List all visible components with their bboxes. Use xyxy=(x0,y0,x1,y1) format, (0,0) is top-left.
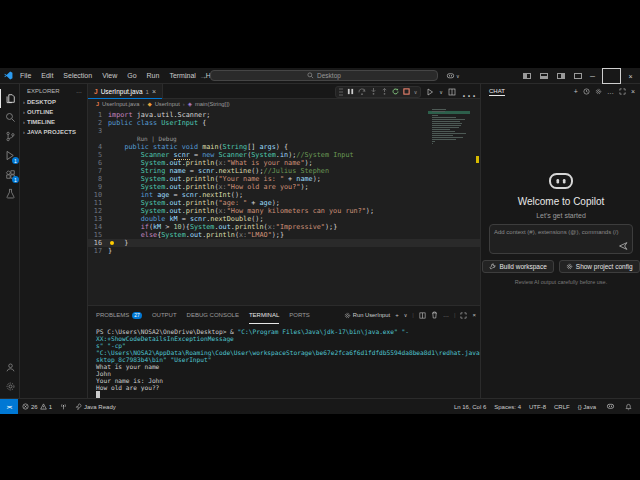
status-crlf[interactable]: CRLF xyxy=(550,404,574,410)
error-icon xyxy=(22,403,29,410)
minimize-button[interactable]: ─ xyxy=(583,68,602,84)
activity-testing[interactable] xyxy=(0,184,20,203)
split-terminal-icon[interactable] xyxy=(419,312,426,319)
close-chat-icon[interactable]: × xyxy=(631,88,635,95)
java-file-icon: J xyxy=(94,88,98,95)
copilot-status-icon[interactable] xyxy=(602,403,619,410)
code-line-4: 4 public static void main(String[] args)… xyxy=(88,143,480,151)
breadcrumb-method[interactable]: main(String[]) xyxy=(195,101,230,107)
split-editor-icon[interactable] xyxy=(448,88,456,96)
terminal-line: s" "-cp" "C:\Users\NOSA2\AppData\Roaming… xyxy=(96,342,476,356)
panel-tab-output[interactable]: OUTPUT xyxy=(152,306,177,324)
panel-tab-debug-console[interactable]: DEBUG CONSOLE xyxy=(187,306,239,324)
more-actions-icon[interactable]: … xyxy=(607,88,614,95)
run-dropdown-icon[interactable]: ∨ xyxy=(439,89,443,95)
more-actions-icon[interactable]: … xyxy=(443,312,449,318)
remote-indicator[interactable]: >< xyxy=(0,399,18,414)
sidebar-section-java-projects[interactable]: ›JAVA PROJECTS xyxy=(20,127,87,137)
chat-settings-icon[interactable] xyxy=(595,88,602,95)
code-line-7: 7 String name = scnr.nextLine();//Julius… xyxy=(88,167,480,175)
terminal-task[interactable]: Run UserInput xyxy=(344,312,390,319)
new-chat-icon[interactable]: + xyxy=(574,88,578,95)
send-icon[interactable] xyxy=(619,242,628,250)
panel-tab-problems[interactable]: PROBLEMS27 xyxy=(96,306,142,324)
breadcrumb-file[interactable]: UserInput.java xyxy=(102,101,139,107)
grip-icon[interactable] xyxy=(339,88,343,96)
step-over-icon[interactable] xyxy=(358,88,366,95)
menu-run[interactable]: Run xyxy=(143,70,164,81)
warning-count: 1 xyxy=(49,404,52,410)
settings-button[interactable] xyxy=(0,377,20,396)
tab-userinput-java[interactable]: J UserInput.java 1 × xyxy=(88,84,163,99)
maximize-chat-icon[interactable] xyxy=(619,88,626,95)
menu-file[interactable]: File xyxy=(16,70,35,81)
close-window-button[interactable]: × xyxy=(621,68,640,84)
code-line-11: 11 System.out.println("age: " + age); xyxy=(88,199,480,207)
toggle-sidebar-icon[interactable] xyxy=(523,73,531,79)
codelens-row[interactable]: Run | Debug xyxy=(88,135,480,143)
copilot-menu-button[interactable]: ∨ xyxy=(446,70,460,81)
panel-tab-terminal[interactable]: TERMINAL xyxy=(249,306,279,324)
menu-view[interactable]: View xyxy=(98,70,121,81)
search-input[interactable]: Desktop xyxy=(210,70,438,81)
status-ln-16-col-6[interactable]: Ln 16, Col 6 xyxy=(450,404,490,410)
step-out-icon[interactable] xyxy=(381,88,388,95)
maximize-panel-icon[interactable] xyxy=(460,312,467,319)
code-line-15: 15 else{System.out.println(x:"LMAO");} xyxy=(88,231,480,239)
chat-tab[interactable]: CHAT xyxy=(489,88,505,95)
account-button[interactable] xyxy=(0,358,20,377)
lightbulb-icon[interactable] xyxy=(110,241,114,245)
sidebar-section-outline[interactable]: ›OUTLINE xyxy=(20,107,87,117)
chevron-right-icon: › xyxy=(142,101,144,107)
activity-run-debug[interactable]: 1 xyxy=(0,146,20,165)
close-tab-icon[interactable]: × xyxy=(152,88,156,95)
customize-layout-icon[interactable] xyxy=(574,73,582,79)
minimap[interactable] xyxy=(432,109,466,145)
radio-tower-icon[interactable] xyxy=(56,403,71,410)
toggle-secondary-sidebar-icon[interactable] xyxy=(557,73,565,79)
toggle-panel-icon[interactable] xyxy=(540,73,548,79)
run-java-button[interactable] xyxy=(426,88,434,96)
back-icon[interactable]: ← xyxy=(183,72,191,81)
stop-icon[interactable] xyxy=(403,88,410,95)
status--java[interactable]: {} Java xyxy=(574,404,600,410)
kill-terminal-icon[interactable] xyxy=(431,311,438,319)
activity-extensions[interactable]: 1 xyxy=(0,165,20,184)
breadcrumb[interactable]: J UserInput.java › ◆ UserInput › ◈ main(… xyxy=(88,99,480,108)
show-project-config-button[interactable]: Show project config xyxy=(559,260,640,273)
activity-source-control[interactable] xyxy=(0,127,20,146)
bell-icon[interactable] xyxy=(621,403,636,411)
chat-input[interactable]: Add context (#), extensions (@), command… xyxy=(489,224,633,254)
restore-button[interactable] xyxy=(602,68,621,84)
new-terminal-icon[interactable]: + xyxy=(395,312,399,318)
editor-group: J UserInput.java 1 × ∨ xyxy=(88,84,480,305)
java-status[interactable]: Java Ready xyxy=(71,403,120,410)
problems-status[interactable]: 26 1 xyxy=(18,403,56,410)
status-spaces-4[interactable]: Spaces: 4 xyxy=(490,404,525,410)
chevron-down-icon[interactable]: ∨ xyxy=(414,89,418,95)
restart-icon[interactable] xyxy=(392,88,399,95)
close-panel-icon[interactable]: × xyxy=(472,312,476,318)
code-line-2: 2public class UserInput { xyxy=(88,119,480,127)
menu-edit[interactable]: Edit xyxy=(37,70,57,81)
terminal-output[interactable]: PS C:\Users\NOSA2\OneDrive\Desktop> & "C… xyxy=(96,328,476,398)
history-icon[interactable] xyxy=(583,88,590,95)
more-actions-icon[interactable]: … xyxy=(76,88,82,94)
activity-explorer[interactable] xyxy=(0,89,20,108)
pause-icon[interactable] xyxy=(347,88,354,95)
video-frame: FileEditSelectionViewGoRunTerminalHelp ←… xyxy=(0,0,640,480)
more-actions-icon[interactable]: … xyxy=(461,83,477,101)
forward-icon[interactable]: → xyxy=(199,72,207,81)
code-area[interactable]: 1import java.util.Scanner;2public class … xyxy=(88,108,480,305)
step-into-icon[interactable] xyxy=(370,88,377,95)
sidebar-section-desktop[interactable]: ›DESKTOP xyxy=(20,97,87,107)
build-workspace-button[interactable]: Build workspace xyxy=(482,260,553,273)
status-utf-8[interactable]: UTF-8 xyxy=(525,404,550,410)
panel-tab-ports[interactable]: PORTS xyxy=(289,306,310,324)
terminal-dropdown-icon[interactable]: ∨ xyxy=(404,312,408,318)
activity-search[interactable] xyxy=(0,108,20,127)
sidebar-section-timeline[interactable]: ›TIMELINE xyxy=(20,117,87,127)
menu-selection[interactable]: Selection xyxy=(59,70,96,81)
breadcrumb-class[interactable]: UserInput xyxy=(155,101,180,107)
menu-go[interactable]: Go xyxy=(123,70,140,81)
